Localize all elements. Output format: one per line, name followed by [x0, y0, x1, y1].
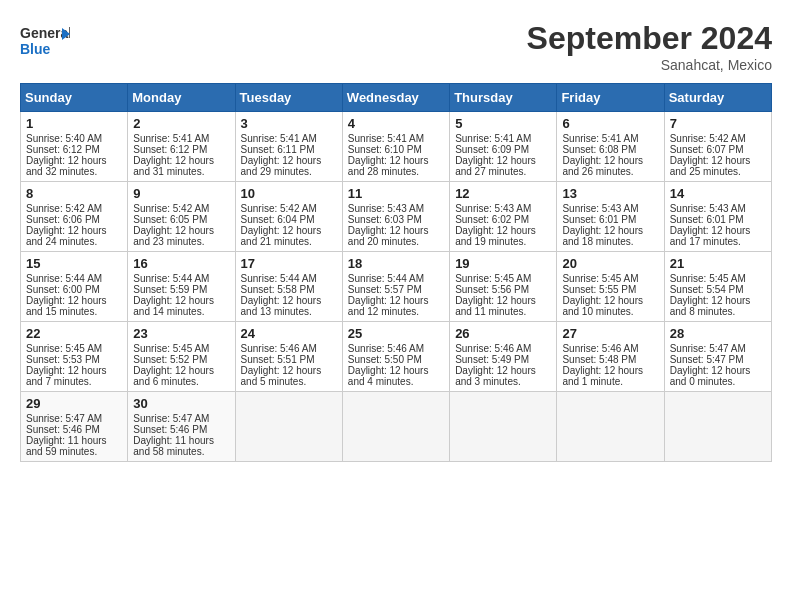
- cell-sunrise: Sunrise: 5:45 AM: [133, 343, 209, 354]
- day-number: 17: [241, 256, 337, 271]
- week-row-1: 1 Sunrise: 5:40 AM Sunset: 6:12 PM Dayli…: [21, 112, 772, 182]
- cell-sunset: Sunset: 5:57 PM: [348, 284, 422, 295]
- cell-29: 29 Sunrise: 5:47 AM Sunset: 5:46 PM Dayl…: [21, 392, 128, 462]
- cell-27: 27 Sunrise: 5:46 AM Sunset: 5:48 PM Dayl…: [557, 322, 664, 392]
- cell-sunset: Sunset: 5:49 PM: [455, 354, 529, 365]
- cell-sunrise: Sunrise: 5:42 AM: [670, 133, 746, 144]
- day-number: 1: [26, 116, 122, 131]
- day-number: 5: [455, 116, 551, 131]
- cell-sunrise: Sunrise: 5:45 AM: [562, 273, 638, 284]
- cell-sunrise: Sunrise: 5:44 AM: [133, 273, 209, 284]
- cell-sunrise: Sunrise: 5:46 AM: [562, 343, 638, 354]
- cell-24: 24 Sunrise: 5:46 AM Sunset: 5:51 PM Dayl…: [235, 322, 342, 392]
- day-number: 10: [241, 186, 337, 201]
- day-number: 16: [133, 256, 229, 271]
- day-number: 21: [670, 256, 766, 271]
- cell-sunrise: Sunrise: 5:43 AM: [348, 203, 424, 214]
- cell-sunrise: Sunrise: 5:45 AM: [455, 273, 531, 284]
- cell-sunset: Sunset: 6:04 PM: [241, 214, 315, 225]
- cell-daylight: Daylight: 12 hours and 25 minutes.: [670, 155, 751, 177]
- cell-18: 18 Sunrise: 5:44 AM Sunset: 5:57 PM Dayl…: [342, 252, 449, 322]
- cell-sunset: Sunset: 5:58 PM: [241, 284, 315, 295]
- logo-icon: General Blue: [20, 20, 70, 60]
- cell-sunrise: Sunrise: 5:46 AM: [241, 343, 317, 354]
- cell-sunset: Sunset: 6:07 PM: [670, 144, 744, 155]
- cell-daylight: Daylight: 12 hours and 24 minutes.: [26, 225, 107, 247]
- cell-daylight: Daylight: 12 hours and 0 minutes.: [670, 365, 751, 387]
- col-monday: Monday: [128, 84, 235, 112]
- cell-sunset: Sunset: 5:52 PM: [133, 354, 207, 365]
- cell-sunrise: Sunrise: 5:45 AM: [670, 273, 746, 284]
- day-number: 8: [26, 186, 122, 201]
- cell-1: 1 Sunrise: 5:40 AM Sunset: 6:12 PM Dayli…: [21, 112, 128, 182]
- cell-daylight: Daylight: 11 hours and 58 minutes.: [133, 435, 214, 457]
- cell-sunset: Sunset: 5:47 PM: [670, 354, 744, 365]
- day-number: 30: [133, 396, 229, 411]
- day-number: 24: [241, 326, 337, 341]
- cell-daylight: Daylight: 12 hours and 10 minutes.: [562, 295, 643, 317]
- cell-2: 2 Sunrise: 5:41 AM Sunset: 6:12 PM Dayli…: [128, 112, 235, 182]
- day-number: 27: [562, 326, 658, 341]
- day-number: 26: [455, 326, 551, 341]
- cell-25: 25 Sunrise: 5:46 AM Sunset: 5:50 PM Dayl…: [342, 322, 449, 392]
- cell-sunrise: Sunrise: 5:44 AM: [241, 273, 317, 284]
- cell-daylight: Daylight: 12 hours and 20 minutes.: [348, 225, 429, 247]
- cell-sunrise: Sunrise: 5:43 AM: [562, 203, 638, 214]
- cell-sunrise: Sunrise: 5:42 AM: [133, 203, 209, 214]
- cell-5: 5 Sunrise: 5:41 AM Sunset: 6:09 PM Dayli…: [450, 112, 557, 182]
- cell-daylight: Daylight: 12 hours and 23 minutes.: [133, 225, 214, 247]
- cell-daylight: Daylight: 12 hours and 27 minutes.: [455, 155, 536, 177]
- col-thursday: Thursday: [450, 84, 557, 112]
- cell-daylight: Daylight: 11 hours and 59 minutes.: [26, 435, 107, 457]
- cell-sunset: Sunset: 5:54 PM: [670, 284, 744, 295]
- cell-sunset: Sunset: 5:46 PM: [133, 424, 207, 435]
- cell-21: 21 Sunrise: 5:45 AM Sunset: 5:54 PM Dayl…: [664, 252, 771, 322]
- cell-daylight: Daylight: 12 hours and 4 minutes.: [348, 365, 429, 387]
- cell-sunset: Sunset: 6:12 PM: [133, 144, 207, 155]
- cell-empty-5: [664, 392, 771, 462]
- cell-sunset: Sunset: 5:48 PM: [562, 354, 636, 365]
- week-row-5: 29 Sunrise: 5:47 AM Sunset: 5:46 PM Dayl…: [21, 392, 772, 462]
- cell-sunrise: Sunrise: 5:45 AM: [26, 343, 102, 354]
- cell-8: 8 Sunrise: 5:42 AM Sunset: 6:06 PM Dayli…: [21, 182, 128, 252]
- cell-daylight: Daylight: 12 hours and 14 minutes.: [133, 295, 214, 317]
- cell-sunrise: Sunrise: 5:41 AM: [241, 133, 317, 144]
- cell-sunrise: Sunrise: 5:41 AM: [562, 133, 638, 144]
- day-number: 13: [562, 186, 658, 201]
- location: Sanahcat, Mexico: [527, 57, 772, 73]
- cell-19: 19 Sunrise: 5:45 AM Sunset: 5:56 PM Dayl…: [450, 252, 557, 322]
- col-tuesday: Tuesday: [235, 84, 342, 112]
- title-section: September 2024 Sanahcat, Mexico: [527, 20, 772, 73]
- week-row-4: 22 Sunrise: 5:45 AM Sunset: 5:53 PM Dayl…: [21, 322, 772, 392]
- cell-sunrise: Sunrise: 5:44 AM: [26, 273, 102, 284]
- cell-sunset: Sunset: 5:59 PM: [133, 284, 207, 295]
- day-number: 25: [348, 326, 444, 341]
- cell-sunset: Sunset: 6:01 PM: [670, 214, 744, 225]
- day-number: 2: [133, 116, 229, 131]
- day-number: 15: [26, 256, 122, 271]
- cell-13: 13 Sunrise: 5:43 AM Sunset: 6:01 PM Dayl…: [557, 182, 664, 252]
- page-header: General Blue September 2024 Sanahcat, Me…: [20, 20, 772, 73]
- cell-20: 20 Sunrise: 5:45 AM Sunset: 5:55 PM Dayl…: [557, 252, 664, 322]
- day-number: 12: [455, 186, 551, 201]
- cell-sunset: Sunset: 6:00 PM: [26, 284, 100, 295]
- cell-23: 23 Sunrise: 5:45 AM Sunset: 5:52 PM Dayl…: [128, 322, 235, 392]
- cell-daylight: Daylight: 12 hours and 6 minutes.: [133, 365, 214, 387]
- cell-empty-4: [557, 392, 664, 462]
- cell-daylight: Daylight: 12 hours and 32 minutes.: [26, 155, 107, 177]
- cell-daylight: Daylight: 12 hours and 31 minutes.: [133, 155, 214, 177]
- cell-sunset: Sunset: 6:11 PM: [241, 144, 315, 155]
- cell-daylight: Daylight: 12 hours and 28 minutes.: [348, 155, 429, 177]
- month-title: September 2024: [527, 20, 772, 57]
- cell-sunrise: Sunrise: 5:46 AM: [455, 343, 531, 354]
- cell-7: 7 Sunrise: 5:42 AM Sunset: 6:07 PM Dayli…: [664, 112, 771, 182]
- day-number: 11: [348, 186, 444, 201]
- cell-sunset: Sunset: 6:06 PM: [26, 214, 100, 225]
- cell-15: 15 Sunrise: 5:44 AM Sunset: 6:00 PM Dayl…: [21, 252, 128, 322]
- cell-17: 17 Sunrise: 5:44 AM Sunset: 5:58 PM Dayl…: [235, 252, 342, 322]
- cell-sunset: Sunset: 5:56 PM: [455, 284, 529, 295]
- cell-daylight: Daylight: 12 hours and 15 minutes.: [26, 295, 107, 317]
- col-friday: Friday: [557, 84, 664, 112]
- cell-28: 28 Sunrise: 5:47 AM Sunset: 5:47 PM Dayl…: [664, 322, 771, 392]
- cell-empty-1: [235, 392, 342, 462]
